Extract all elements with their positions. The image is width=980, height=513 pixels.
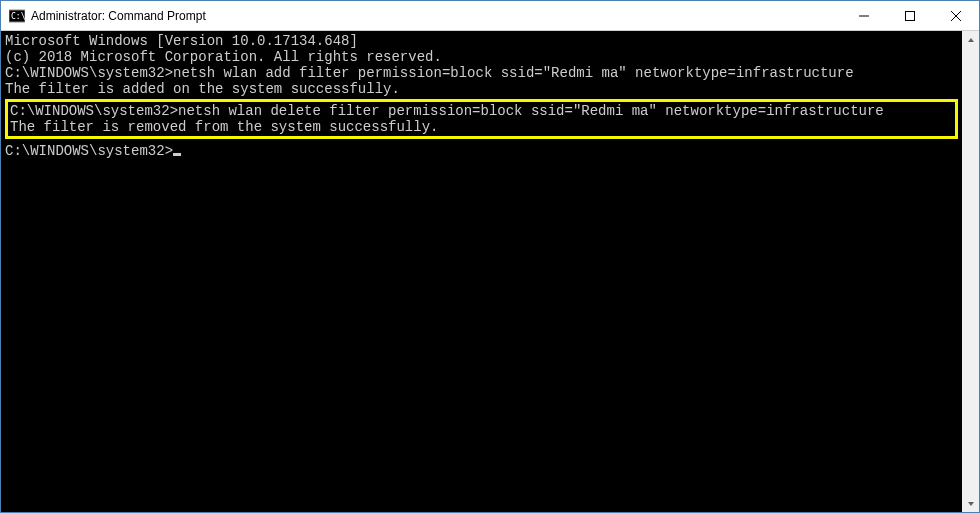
console-line: (c) 2018 Microsoft Corporation. All righ… (5, 49, 958, 65)
window-controls (841, 1, 979, 30)
svg-text:C:\: C:\ (11, 12, 25, 21)
cmd-icon: C:\ (9, 8, 25, 24)
window-title: Administrator: Command Prompt (31, 9, 841, 23)
prompt-command: netsh wlan delete filter permission=bloc… (178, 103, 884, 119)
prompt-path: C:\WINDOWS\system32> (5, 143, 173, 159)
console-output[interactable]: Microsoft Windows [Version 10.0.17134.64… (1, 31, 962, 512)
text-cursor (173, 153, 181, 156)
console-line: The filter is removed from the system su… (10, 119, 953, 135)
prompt-path: C:\WINDOWS\system32> (10, 103, 178, 119)
vertical-scrollbar[interactable] (962, 31, 979, 512)
command-prompt-window: C:\ Administrator: Command Prompt Micros… (0, 0, 980, 513)
svg-marker-6 (968, 38, 974, 42)
scroll-track[interactable] (962, 48, 979, 495)
console-line: Microsoft Windows [Version 10.0.17134.64… (5, 33, 958, 49)
highlighted-region: C:\WINDOWS\system32>netsh wlan delete fi… (5, 99, 958, 139)
titlebar[interactable]: C:\ Administrator: Command Prompt (1, 1, 979, 31)
prompt-command: netsh wlan add filter permission=block s… (173, 65, 854, 81)
minimize-button[interactable] (841, 1, 887, 30)
console-line: C:\WINDOWS\system32> (5, 143, 958, 159)
svg-marker-7 (968, 502, 974, 506)
client-area: Microsoft Windows [Version 10.0.17134.64… (1, 31, 979, 512)
maximize-button[interactable] (887, 1, 933, 30)
scroll-up-button[interactable] (962, 31, 979, 48)
console-line: The filter is added on the system succes… (5, 81, 958, 97)
prompt-path: C:\WINDOWS\system32> (5, 65, 173, 81)
close-button[interactable] (933, 1, 979, 30)
console-line: C:\WINDOWS\system32>netsh wlan delete fi… (10, 103, 953, 119)
scroll-down-button[interactable] (962, 495, 979, 512)
svg-rect-3 (906, 11, 915, 20)
console-line: C:\WINDOWS\system32>netsh wlan add filte… (5, 65, 958, 81)
